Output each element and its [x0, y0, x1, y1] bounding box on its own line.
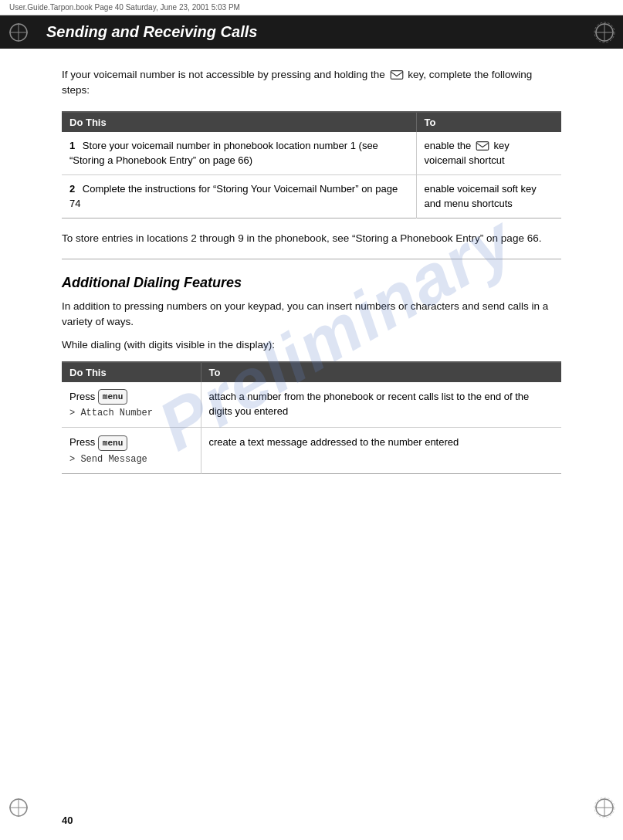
- table-cell-result-1: enable the key voicemail shortcut: [416, 132, 561, 175]
- store-note: To store entries in locations 2 through …: [62, 231, 561, 246]
- page-number: 40: [62, 815, 73, 826]
- table-row: 2 Complete the instructions for “Storing…: [62, 174, 561, 218]
- table-row: Press menu > Send Message create a text …: [62, 428, 561, 474]
- row-2-result: enable voicemail soft key and menu short…: [425, 183, 537, 210]
- main-content: If your voicemail number is not accessib…: [0, 49, 623, 520]
- row-1-result-before: enable the: [425, 140, 474, 151]
- row-number-1: 1: [69, 138, 75, 154]
- row-1-action: Store your voicemail number in phonebook…: [69, 140, 378, 167]
- svg-rect-15: [476, 142, 489, 151]
- section-separator: [62, 259, 561, 259]
- table-cell-action-2: 2 Complete the instructions for “Storing…: [62, 174, 416, 218]
- dialing-cell-action-2: Press menu > Send Message: [62, 428, 201, 474]
- dialing-col1-header: Do This: [62, 362, 201, 382]
- page-header-text: User.Guide.Tarpon.book Page 40 Saturday,…: [9, 3, 240, 12]
- intro-paragraph: If your voicemail number is not accessib…: [62, 67, 561, 99]
- table-cell-action-1: 1 Store your voicemail number in phonebo…: [62, 132, 416, 175]
- additional-para-1: In addition to pressing numbers on your …: [62, 299, 561, 330]
- dialing-col2-header: To: [201, 362, 561, 382]
- press-label-2: Press: [69, 436, 98, 448]
- press-label-1: Press: [69, 391, 98, 402]
- svg-point-7: [10, 799, 27, 816]
- attach-number-label: > Attach Number: [69, 408, 153, 418]
- additional-para-2: While dialing (with digits visible in th…: [62, 337, 561, 353]
- chapter-header: Sending and Receiving Calls: [0, 15, 623, 49]
- table-cell-result-2: enable voicemail soft key and menu short…: [416, 174, 561, 218]
- dialing-cell-action-1: Press menu > Attach Number: [62, 382, 201, 428]
- additional-dialing-heading: Additional Dialing Features: [62, 275, 561, 291]
- send-message-label: > Send Message: [69, 454, 147, 465]
- dialing-table-header-row: Do This To: [62, 362, 561, 382]
- dialing-cell-result-2: create a text message addressed to the n…: [201, 428, 561, 474]
- dialing-features-table: Do This To Press menu > Attach Number at…: [62, 361, 561, 475]
- svg-rect-14: [391, 71, 403, 80]
- col1-header: Do This: [62, 112, 416, 132]
- menu-button-badge-1: menu: [98, 389, 127, 405]
- voicemail-steps-table: Do This To 1 Store your voicemail number…: [62, 111, 561, 218]
- voicemail-key-icon: [390, 69, 404, 80]
- intro-text-before: If your voicemail number is not accessib…: [62, 69, 385, 80]
- dialing-cell-result-1: attach a number from the phonebook or re…: [201, 382, 561, 428]
- corner-mark-bl: [8, 797, 29, 818]
- table-row: Press menu > Attach Number attach a numb…: [62, 382, 561, 428]
- chapter-title: Sending and Receiving Calls: [46, 23, 257, 40]
- page-header-bar: User.Guide.Tarpon.book Page 40 Saturday,…: [0, 0, 623, 15]
- attach-number-result: attach a number from the phonebook or re…: [209, 391, 530, 418]
- menu-button-badge-2: menu: [98, 435, 127, 452]
- table-header-row: Do This To: [62, 112, 561, 132]
- row-2-action: Complete the instructions for “Storing Y…: [69, 183, 398, 210]
- send-message-result: create a text message addressed to the n…: [209, 436, 459, 448]
- col2-header: To: [416, 112, 561, 132]
- voicemail-icon-row1: [476, 141, 489, 151]
- svg-point-10: [596, 799, 613, 816]
- corner-mark-br: [594, 797, 615, 818]
- table-row: 1 Store your voicemail number in phonebo…: [62, 132, 561, 175]
- row-number-2: 2: [69, 181, 75, 197]
- svg-point-13: [594, 798, 615, 818]
